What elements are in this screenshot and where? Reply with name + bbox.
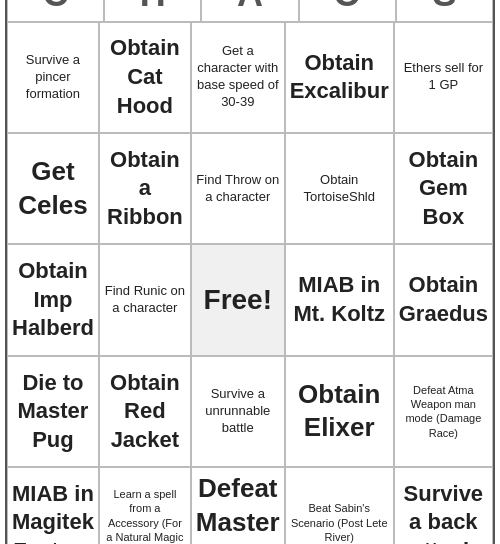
bingo-cell-r3c5: Obtain Graedus <box>394 244 493 355</box>
bingo-cell-r4c3: Survive a unrunnable battle <box>191 356 285 467</box>
bingo-cell-r5c4: Beat Sabin's Scenario (Post Lete River) <box>285 467 394 544</box>
bingo-cell-r4c4: Obtain Elixer <box>285 356 394 467</box>
bingo-header: CHAOS <box>7 0 493 22</box>
bingo-cell-r3c2: Find Runic on a character <box>99 244 191 355</box>
bingo-cell-r5c1: MIAB in Magitek Factory <box>7 467 99 544</box>
bingo-cell-r5c5: Survive a back attack <box>394 467 493 544</box>
header-letter: S <box>396 0 493 22</box>
bingo-cell-r1c3: Get a character with base speed of 30-39 <box>191 22 285 133</box>
bingo-cell-r2c1: Get Celes <box>7 133 99 244</box>
bingo-cell-r1c4: Obtain Excalibur <box>285 22 394 133</box>
bingo-cell-r1c2: Obtain Cat Hood <box>99 22 191 133</box>
bingo-cell-r5c3: Defeat Master Pug <box>191 467 285 544</box>
header-letter: O <box>299 0 396 22</box>
bingo-cell-r2c5: Obtain Gem Box <box>394 133 493 244</box>
bingo-cell-r2c3: Find Throw on a character <box>191 133 285 244</box>
bingo-cell-r1c1: Survive a pincer formation <box>7 22 99 133</box>
bingo-cell-r2c2: Obtain a Ribbon <box>99 133 191 244</box>
bingo-cell-r3c4: MIAB in Mt. Koltz <box>285 244 394 355</box>
bingo-cell-r2c4: Obtain TortoiseShld <box>285 133 394 244</box>
bingo-card: CHAOS Survive a pincer formationObtain C… <box>5 0 495 544</box>
bingo-cell-r4c1: Die to Master Pug <box>7 356 99 467</box>
bingo-cell-r3c1: Obtain Imp Halberd <box>7 244 99 355</box>
header-letter: A <box>201 0 298 22</box>
bingo-cell-r5c2: Learn a spell from a Accessory (For a Na… <box>99 467 191 544</box>
bingo-cell-r1c5: Ethers sell for 1 GP <box>394 22 493 133</box>
bingo-cell-r4c2: Obtain Red Jacket <box>99 356 191 467</box>
header-letter: C <box>7 0 104 22</box>
bingo-cell-r3c3: Free! <box>191 244 285 355</box>
bingo-grid: Survive a pincer formationObtain Cat Hoo… <box>7 22 493 544</box>
header-letter: H <box>104 0 201 22</box>
bingo-cell-r4c5: Defeat Atma Weapon man mode (Damage Race… <box>394 356 493 467</box>
